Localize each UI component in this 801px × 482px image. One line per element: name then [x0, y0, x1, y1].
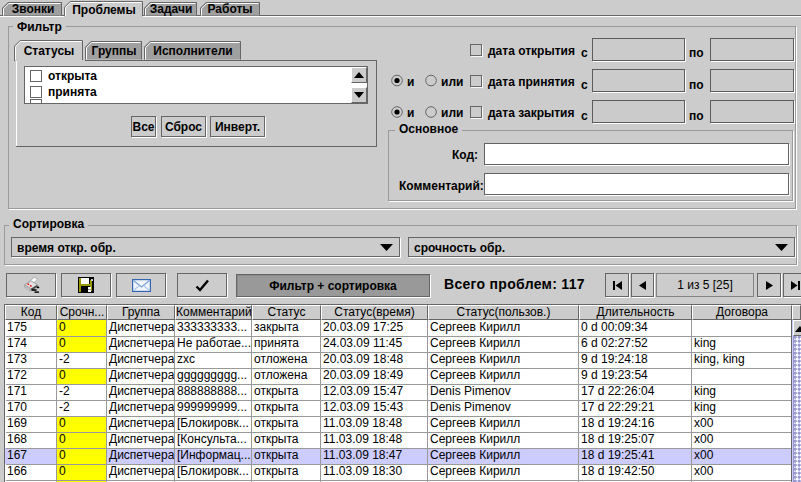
svg-text:Группы: Группы: [92, 44, 137, 58]
svg-text:Работы: Работы: [207, 2, 252, 16]
svg-text:Статусы: Статусы: [24, 44, 75, 58]
svg-text:Задачи: Задачи: [150, 2, 193, 16]
svg-text:Проблемы: Проблемы: [72, 3, 136, 17]
svg-text:Исполнители: Исполнители: [153, 44, 232, 58]
svg-text:Звонки: Звонки: [12, 2, 55, 16]
